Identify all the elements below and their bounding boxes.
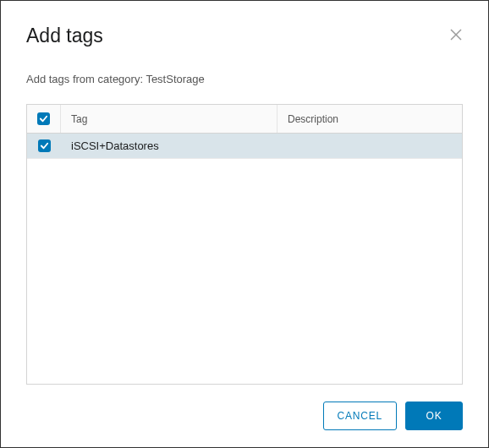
dialog-footer: CANCEL OK <box>26 402 463 430</box>
header-tag[interactable]: Tag <box>61 105 277 133</box>
row-tag-value: iSCSI+Datastores <box>61 139 277 152</box>
table-row[interactable]: iSCSI+Datastores <box>27 134 462 159</box>
dialog-title: Add tags <box>26 25 103 47</box>
dialog-subtitle: Add tags from category: TestStorage <box>26 73 463 85</box>
header-description[interactable]: Description <box>277 105 462 133</box>
ok-button[interactable]: OK <box>405 402 463 430</box>
close-icon[interactable] <box>449 28 463 41</box>
table-body: iSCSI+Datastores <box>27 134 462 384</box>
select-all-checkbox[interactable] <box>37 112 50 125</box>
dialog-header: Add tags <box>26 25 463 47</box>
table-header: Tag Description <box>27 105 462 134</box>
tags-table: Tag Description iSCSI+Datastores <box>26 104 463 385</box>
row-checkbox[interactable] <box>38 139 51 152</box>
header-checkbox-cell <box>27 105 61 133</box>
cancel-button[interactable]: CANCEL <box>323 402 397 430</box>
add-tags-dialog: Add tags Add tags from category: TestSto… <box>1 1 488 447</box>
row-checkbox-cell <box>27 139 61 152</box>
